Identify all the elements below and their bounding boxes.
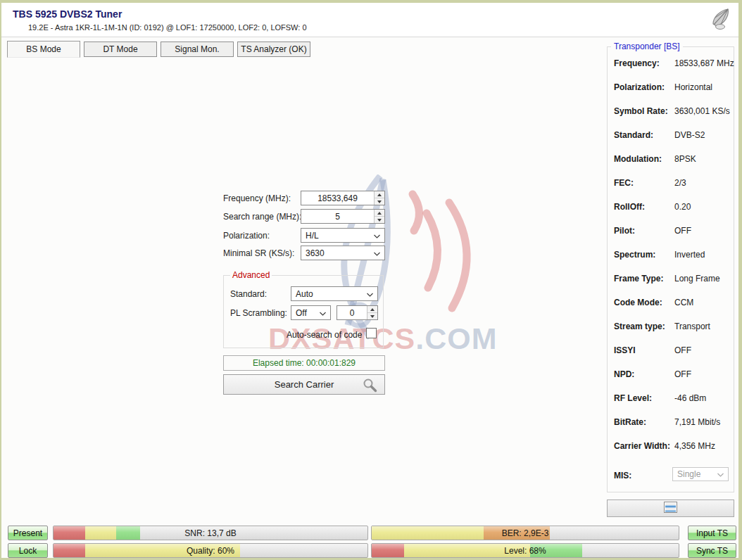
satellite-info-subtitle: 19.2E - Astra 1KR-1L-1M-1N (ID: 0192) @ … xyxy=(28,23,307,32)
field-value: 18533,687 MHz xyxy=(674,58,734,68)
table-row: Frame Type:Long Frame xyxy=(614,267,731,291)
triangle-up-icon xyxy=(377,212,382,215)
field-value: OFF xyxy=(674,226,691,236)
transponder-panel-title: Transponder [BS] xyxy=(611,42,683,51)
field-value: 2/3 xyxy=(674,178,686,188)
spin-up-button[interactable] xyxy=(375,210,384,216)
search-range-spinner xyxy=(301,209,385,224)
auto-search-label: Auto-search of code xyxy=(287,330,362,340)
tab-label: DT Mode xyxy=(103,44,137,54)
field-label: Standard: xyxy=(614,130,674,140)
field-label: Modulation: xyxy=(614,154,674,164)
elapsed-time-box: Elapsed time: 00:00:01:829 xyxy=(223,355,385,371)
chevron-down-icon xyxy=(367,289,373,299)
indicator-label: Lock xyxy=(19,546,37,556)
selected-value: Off xyxy=(296,308,307,318)
field-value: 0.20 xyxy=(674,202,691,212)
indicator-label: Sync TS xyxy=(696,546,728,556)
list-icon xyxy=(664,502,677,516)
table-row: Code Mode:CCM xyxy=(614,291,731,314)
advanced-legend: Advanced xyxy=(230,270,272,280)
pl-scrambling-label: PL Scrambling: xyxy=(230,308,287,318)
table-row: RollOff:0.20 xyxy=(614,195,731,219)
table-row: Spectrum:Inverted xyxy=(614,243,731,267)
chevron-down-icon xyxy=(717,469,724,479)
field-label: FEC: xyxy=(614,178,674,188)
tab-dt-mode[interactable]: DT Mode xyxy=(84,42,157,57)
field-label: RollOff: xyxy=(614,202,674,212)
field-label: Symbol Rate: xyxy=(614,106,674,116)
frequency-input[interactable] xyxy=(301,191,374,205)
field-value: Transport xyxy=(674,322,710,331)
mode-tabs: BS Mode DT Mode Signal Mon. TS Analyzer … xyxy=(7,42,310,58)
level-progressbar: Level: 68% xyxy=(371,543,679,558)
spin-down-button[interactable] xyxy=(367,312,377,319)
search-carrier-button[interactable]: Search Carrier xyxy=(223,374,385,395)
quality-value-label: Quality: 60% xyxy=(54,544,367,557)
tab-label: TS Analyzer (OK) xyxy=(241,44,306,54)
frequency-label: Frequency (MHz): xyxy=(223,193,291,203)
spin-down-button[interactable] xyxy=(375,198,384,205)
spin-up-button[interactable] xyxy=(367,306,377,312)
standard-select[interactable]: Auto xyxy=(291,286,378,301)
tab-ts-analyzer[interactable]: TS Analyzer (OK) xyxy=(237,42,310,57)
field-value: OFF xyxy=(674,369,691,379)
field-label: Code Mode: xyxy=(614,298,674,307)
table-row: Polarization:Horizontal xyxy=(614,75,731,99)
ber-progressbar: BER: 2,9E-3 xyxy=(371,526,679,540)
pl-code-input[interactable] xyxy=(337,306,367,319)
snr-progressbar: SNR: 13,7 dB xyxy=(53,526,368,540)
table-row: Standard:DVB-S2 xyxy=(614,123,731,147)
search-range-input[interactable] xyxy=(301,210,374,223)
spin-up-button[interactable] xyxy=(375,191,384,198)
search-carrier-label: Search Carrier xyxy=(275,379,334,390)
field-label: ISSYI xyxy=(614,345,674,355)
field-value: Horizontal xyxy=(674,82,712,92)
table-row: FEC:2/3 xyxy=(614,171,731,195)
indicator-label: Present xyxy=(13,528,42,538)
tab-bs-mode[interactable]: BS Mode xyxy=(7,41,80,58)
triangle-down-icon xyxy=(377,219,382,222)
pl-scrambling-select[interactable]: Off xyxy=(291,305,331,320)
frequency-spinner xyxy=(301,191,385,205)
minimal-sr-label: Minimal SR (KS/s): xyxy=(223,248,294,258)
field-value: Long Frame xyxy=(674,274,720,284)
field-label: NPD: xyxy=(614,369,674,379)
transponder-rows: Frequency:18533,687 MHz Polarization:Hor… xyxy=(614,51,731,458)
sync-ts-indicator[interactable]: Sync TS xyxy=(688,543,736,558)
table-row: Stream type:Transport xyxy=(614,314,731,338)
field-value: CCM xyxy=(674,298,693,307)
field-value: -46 dBm xyxy=(674,393,706,403)
tab-signal-mon[interactable]: Signal Mon. xyxy=(161,42,234,57)
polarization-select[interactable]: H/L xyxy=(301,228,385,243)
table-row: Modulation:8PSK xyxy=(614,147,731,171)
present-indicator[interactable]: Present xyxy=(8,526,48,540)
auto-search-checkbox[interactable] xyxy=(366,328,377,338)
input-ts-indicator[interactable]: Input TS xyxy=(688,526,736,540)
spin-down-button[interactable] xyxy=(375,216,384,223)
mis-select[interactable]: Single xyxy=(672,467,729,481)
spinner-buttons xyxy=(367,306,377,319)
field-value: OFF xyxy=(674,345,691,355)
selected-value: 3630 xyxy=(306,248,325,258)
transponder-list-button[interactable] xyxy=(607,499,734,517)
field-label: RF Level: xyxy=(614,393,674,403)
lock-indicator[interactable]: Lock xyxy=(8,543,48,558)
magnifier-icon xyxy=(363,378,377,395)
field-value: 8PSK xyxy=(674,154,696,164)
chevron-down-icon xyxy=(374,231,380,241)
field-label: Frame Type: xyxy=(614,274,674,284)
minimal-sr-select[interactable]: 3630 xyxy=(301,246,385,260)
ber-value-label: BER: 2,9E-3 xyxy=(372,526,679,540)
field-label: Pilot: xyxy=(614,226,674,236)
tab-label: Signal Mon. xyxy=(175,44,219,54)
mis-label: MIS: xyxy=(614,471,631,481)
selected-value: H/L xyxy=(306,231,319,241)
pl-code-spinner xyxy=(337,305,378,320)
snr-value-label: SNR: 13,7 dB xyxy=(54,526,367,540)
indicator-label: Input TS xyxy=(696,528,728,538)
chevron-down-icon xyxy=(320,308,326,318)
table-row: ISSYIOFF xyxy=(614,338,731,362)
watermark-text-right: .COM xyxy=(415,322,497,355)
field-value: Inverted xyxy=(674,250,705,260)
